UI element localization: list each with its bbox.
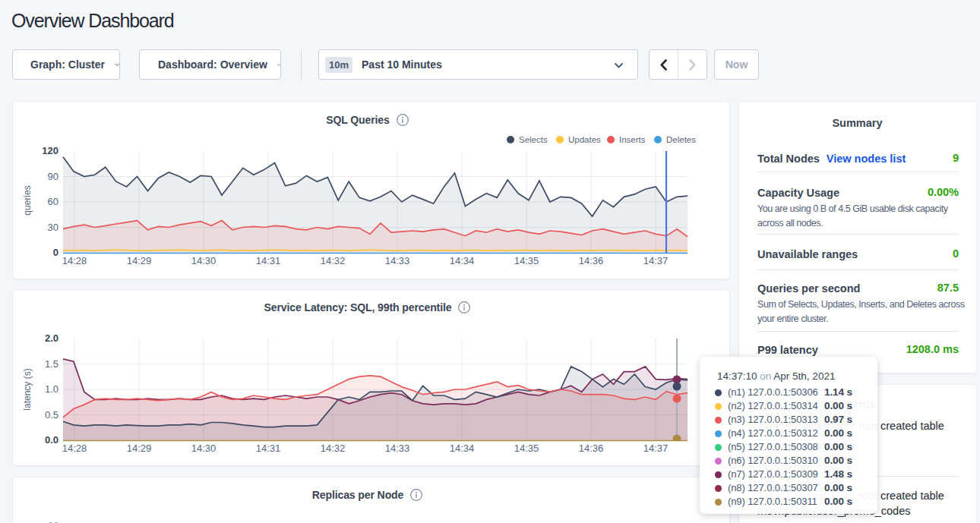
svg-text:14:35: 14:35 [514,255,539,266]
svg-text:14:29: 14:29 [127,255,152,266]
svg-text:14:33: 14:33 [385,255,410,266]
svg-text:14:32: 14:32 [321,443,346,454]
svg-text:14:28: 14:28 [62,255,87,266]
svg-text:14:31: 14:31 [256,443,281,454]
svg-text:14:37: 14:37 [643,443,669,454]
svg-text:queries: queries [22,185,33,215]
svg-text:14:28: 14:28 [62,443,87,454]
svg-text:60: 60 [48,196,58,207]
svg-text:14:30: 14:30 [191,443,217,454]
svg-text:1.0: 1.0 [45,383,58,395]
svg-text:14:30: 14:30 [191,255,217,266]
svg-text:14:33: 14:33 [385,443,410,454]
svg-text:14:36: 14:36 [579,443,604,454]
svg-text:14:36: 14:36 [579,255,604,266]
svg-text:14:29: 14:29 [127,443,152,454]
svg-text:90: 90 [48,171,58,182]
svg-text:latency (s): latency (s) [22,368,33,410]
svg-text:2.0: 2.0 [45,332,58,344]
svg-text:14:34: 14:34 [450,443,475,454]
svg-text:14:34: 14:34 [450,255,475,266]
svg-text:0.5: 0.5 [45,409,58,421]
svg-text:30: 30 [48,222,58,233]
svg-text:14:31: 14:31 [256,255,281,266]
svg-text:0.0: 0.0 [45,434,58,446]
svg-text:1.5: 1.5 [45,358,58,370]
svg-text:14:37: 14:37 [643,255,669,266]
svg-text:0: 0 [53,247,58,258]
svg-text:120: 120 [42,145,58,156]
svg-text:14:32: 14:32 [321,255,346,266]
svg-text:14:35: 14:35 [514,443,539,454]
